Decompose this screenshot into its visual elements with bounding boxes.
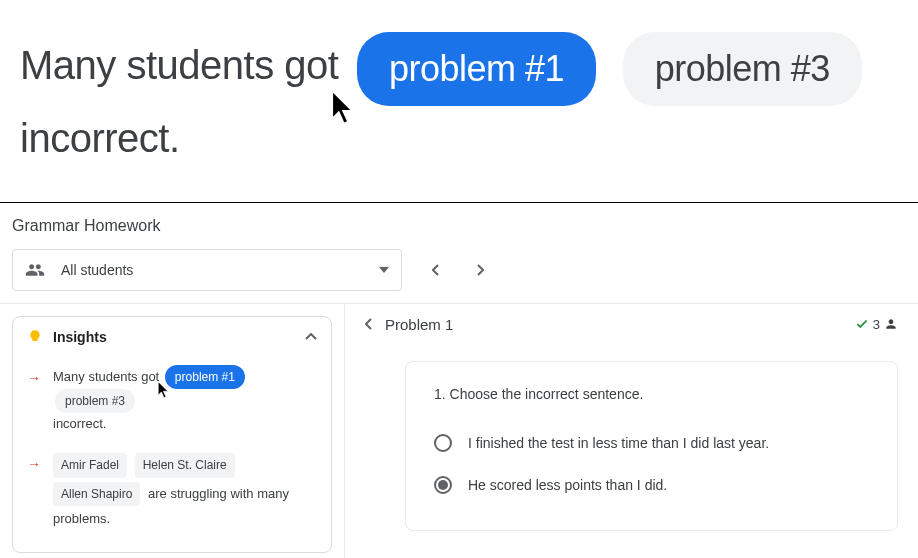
radio-selected-icon xyxy=(434,476,452,494)
problem-correct-count: 3 xyxy=(873,317,880,332)
insight-item-2: → Amir Fadel Helen St. Claire Allen Shap… xyxy=(27,443,317,538)
selector-row: All students xyxy=(0,249,918,303)
radio-icon xyxy=(434,434,452,452)
question-text: 1. Choose the incorrect sentence. xyxy=(434,386,869,402)
chevron-left-icon[interactable] xyxy=(365,318,373,330)
hero-section: Many students got problem #1 problem #3 … xyxy=(0,0,918,194)
lightbulb-icon xyxy=(27,329,43,345)
student-chip-amir[interactable]: Amir Fadel xyxy=(53,453,127,477)
people-icon xyxy=(25,260,45,280)
hero-chip-problem-3[interactable]: problem #3 xyxy=(623,32,862,106)
cursor-icon xyxy=(330,90,358,126)
page-title: Grammar Homework xyxy=(0,203,918,249)
question-card: 1. Choose the incorrect sentence. I fini… xyxy=(405,361,898,531)
option-2-text: He scored less points than I did. xyxy=(468,477,667,493)
insights-card: Insights → Many students got problem #1 … xyxy=(12,316,332,554)
student-selector[interactable]: All students xyxy=(12,249,402,291)
insight-chip-problem-1[interactable]: problem #1 xyxy=(165,365,245,389)
app-container: Grammar Homework All students xyxy=(0,203,918,558)
arrow-right-icon: → xyxy=(27,367,41,436)
chevron-up-icon xyxy=(305,333,317,341)
problem-header: Problem 1 3 xyxy=(365,316,898,333)
dropdown-caret-icon xyxy=(379,265,389,275)
left-column: Insights → Many students got problem #1 … xyxy=(0,304,345,558)
problem-stats: 3 xyxy=(855,317,898,332)
next-button[interactable] xyxy=(462,252,498,288)
insight-chip-problem-3[interactable]: problem #3 xyxy=(55,389,135,413)
hero-suffix: incorrect. xyxy=(20,116,180,160)
nav-arrows xyxy=(418,252,498,288)
chevron-right-icon xyxy=(476,264,484,276)
arrow-right-icon: → xyxy=(27,453,41,530)
columns: Insights → Many students got problem #1 … xyxy=(0,303,918,558)
check-icon xyxy=(855,317,869,331)
option-2[interactable]: He scored less points than I did. xyxy=(434,464,869,506)
insight-1-suffix: incorrect. xyxy=(53,416,106,431)
problem-title: Problem 1 xyxy=(385,316,453,333)
hero-prefix: Many students got xyxy=(20,43,338,87)
insights-title: Insights xyxy=(53,329,107,345)
student-chip-helen[interactable]: Helen St. Claire xyxy=(135,453,235,477)
student-selector-label: All students xyxy=(61,262,133,278)
chevron-left-icon xyxy=(432,264,440,276)
insights-header[interactable]: Insights xyxy=(13,317,331,357)
insight-1-prefix: Many students got xyxy=(53,369,159,384)
option-1[interactable]: I finished the test in less time than I … xyxy=(434,422,869,464)
right-column: Problem 1 3 1. Choose the incorrect sent… xyxy=(345,304,918,558)
hero-chip-problem-1[interactable]: problem #1 xyxy=(357,32,596,106)
student-chip-allen[interactable]: Allen Shapiro xyxy=(53,482,140,506)
cursor-icon xyxy=(157,381,171,399)
insight-item-1: → Many students got problem #1 problem #… xyxy=(27,357,317,444)
option-1-text: I finished the test in less time than I … xyxy=(468,435,769,451)
hero-text: Many students got problem #1 problem #3 … xyxy=(20,32,898,170)
person-icon xyxy=(884,317,898,331)
prev-button[interactable] xyxy=(418,252,454,288)
insights-body: → Many students got problem #1 problem #… xyxy=(13,357,331,553)
